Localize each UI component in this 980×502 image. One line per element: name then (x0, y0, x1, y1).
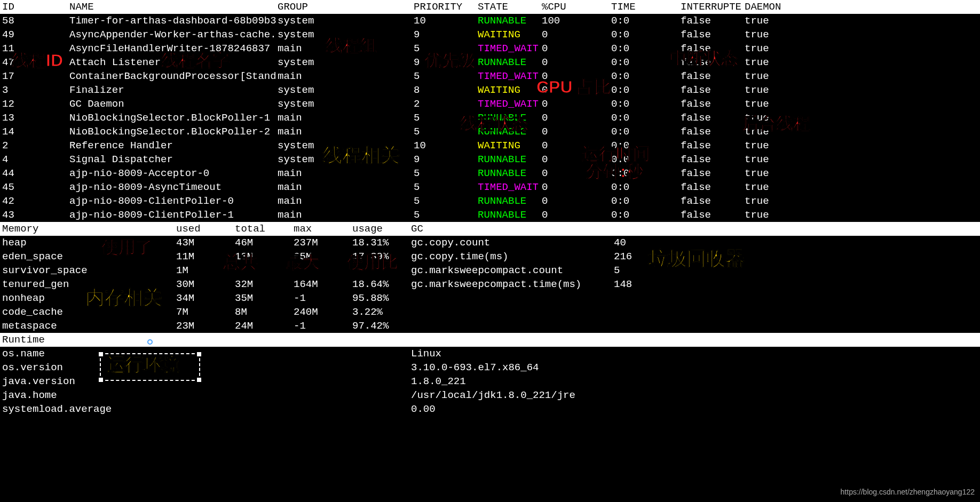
watermark: https://blog.csdn.net/zhengzhaoyang122 (841, 485, 975, 499)
thread-id: 13 (0, 111, 69, 125)
thread-name: Reference Handler (69, 139, 278, 153)
mem-usage: 95.88% (352, 291, 411, 305)
thread-daemon: true (745, 14, 798, 28)
thread-priority: 5 (414, 180, 478, 194)
thread-cpu: 0 (542, 55, 611, 69)
runtime-value: 3.10.0-693.el7.x86_64 (411, 361, 980, 374)
thread-interrupted: false (681, 14, 745, 28)
mem-total: 13M (235, 250, 294, 264)
thread-name: Timer-for-arthas-dashboard-68b09b3 (69, 14, 278, 28)
thread-id: 11 (0, 42, 69, 55)
thread-id: 47 (0, 55, 69, 69)
runtime-section-header: Runtime (0, 333, 980, 347)
thread-row: 3Finalizersystem8WAITING00:0falsetrue (0, 83, 980, 97)
mem-usage (352, 264, 411, 277)
runtime-value: /usr/local/jdk1.8.0_221/jre (411, 388, 980, 402)
thread-cpu: 0 (542, 28, 611, 42)
thread-id: 17 (0, 69, 69, 83)
thread-state: RUNNABLE (478, 194, 542, 208)
gc-name (411, 305, 614, 319)
runtime-row: os.version3.10.0-693.el7.x86_64 (0, 361, 980, 374)
gc-name (411, 291, 614, 305)
thread-interrupted: false (681, 69, 745, 83)
gc-name (411, 319, 614, 333)
thread-cpu: 0 (542, 83, 611, 97)
thread-daemon: true (745, 83, 798, 97)
gc-name: gc.marksweepcompact.time(ms) (411, 277, 614, 291)
runtime-row: java.home/usr/local/jdk1.8.0_221/jre (0, 388, 980, 402)
runtime-key: os.version (0, 361, 411, 374)
mem-used: 11M (176, 250, 235, 264)
thread-time: 0:0 (611, 139, 681, 153)
mem-used: 43M (176, 236, 235, 250)
thread-name: AsyncAppender-Worker-arthas-cache. (69, 28, 278, 42)
thread-id: 43 (0, 208, 69, 222)
runtime-value: Linux (411, 347, 980, 361)
thread-name: AsyncFileHandlerWriter-1878246837 (69, 42, 278, 55)
thread-priority: 5 (414, 194, 478, 208)
thread-interrupted: false (681, 166, 745, 180)
thread-state: TIMED_WAIT (478, 180, 542, 194)
mem-usage: 17.39% (352, 250, 411, 264)
gc-value (614, 319, 678, 333)
thread-priority: 5 (414, 69, 478, 83)
thread-interrupted: false (681, 42, 745, 55)
thread-state: RUNNABLE (478, 14, 542, 28)
mem-used: 34M (176, 291, 235, 305)
thread-name: ContainerBackgroundProcessor[Stand (69, 69, 278, 83)
thread-id: 4 (0, 153, 69, 166)
thread-row: 14NioBlockingSelector.BlockPoller-2main5… (0, 125, 980, 139)
thread-daemon: true (745, 69, 798, 83)
thread-priority: 2 (414, 97, 478, 111)
thread-group: system (278, 139, 414, 153)
thread-table-header: ID NAME GROUP PRIORITY STATE %CPU TIME I… (0, 0, 980, 14)
thread-group: main (278, 180, 414, 194)
mem-used: 1M (176, 264, 235, 277)
thread-row: 4Signal Dispatchersystem9RUNNABLE00:0fal… (0, 153, 980, 166)
thread-priority: 9 (414, 153, 478, 166)
thread-cpu: 0 (542, 153, 611, 166)
mem-max (294, 264, 352, 277)
gc-value (614, 305, 678, 319)
thread-name: NioBlockingSelector.BlockPoller-2 (69, 125, 278, 139)
thread-group: system (278, 83, 414, 97)
thread-state: WAITING (478, 83, 542, 97)
gc-name: gc.copy.time(ms) (411, 250, 614, 264)
mem-hdr-max: max (294, 222, 352, 236)
mem-name: code_cache (0, 305, 176, 319)
thread-row: 43ajp-nio-8009-ClientPoller-1main5RUNNAB… (0, 208, 980, 222)
thread-time: 0:0 (611, 28, 681, 42)
thread-name: GC Daemon (69, 97, 278, 111)
hdr-time: TIME (611, 0, 681, 14)
thread-time: 0:0 (611, 194, 681, 208)
thread-time: 0:0 (611, 83, 681, 97)
thread-interrupted: false (681, 28, 745, 42)
thread-time: 0:0 (611, 153, 681, 166)
thread-row: 13NioBlockingSelector.BlockPoller-1main5… (0, 111, 980, 125)
runtime-table-body: os.nameLinuxos.version3.10.0-693.el7.x86… (0, 347, 980, 416)
mem-name: tenured_gen (0, 277, 176, 291)
thread-id: 44 (0, 166, 69, 180)
thread-priority: 10 (414, 14, 478, 28)
thread-row: 58Timer-for-arthas-dashboard-68b09b3syst… (0, 14, 980, 28)
mem-used: 30M (176, 277, 235, 291)
thread-time: 0:0 (611, 97, 681, 111)
thread-state: TIMED_WAIT (478, 97, 542, 111)
thread-group: main (278, 166, 414, 180)
mem-max: 65M (294, 250, 352, 264)
thread-priority: 5 (414, 208, 478, 222)
mem-used: 7M (176, 305, 235, 319)
thread-priority: 10 (414, 139, 478, 153)
thread-state: TIMED_WAIT (478, 42, 542, 55)
thread-time: 0:0 (611, 55, 681, 69)
mem-total: 35M (235, 291, 294, 305)
thread-cpu: 0 (542, 111, 611, 125)
thread-daemon: true (745, 28, 798, 42)
thread-cpu: 0 (542, 166, 611, 180)
hdr-group: GROUP (278, 0, 414, 14)
thread-id: 49 (0, 28, 69, 42)
thread-interrupted: false (681, 111, 745, 125)
mem-name: metaspace (0, 319, 176, 333)
thread-time: 0:0 (611, 180, 681, 194)
mem-hdr-section: Memory (0, 222, 176, 236)
